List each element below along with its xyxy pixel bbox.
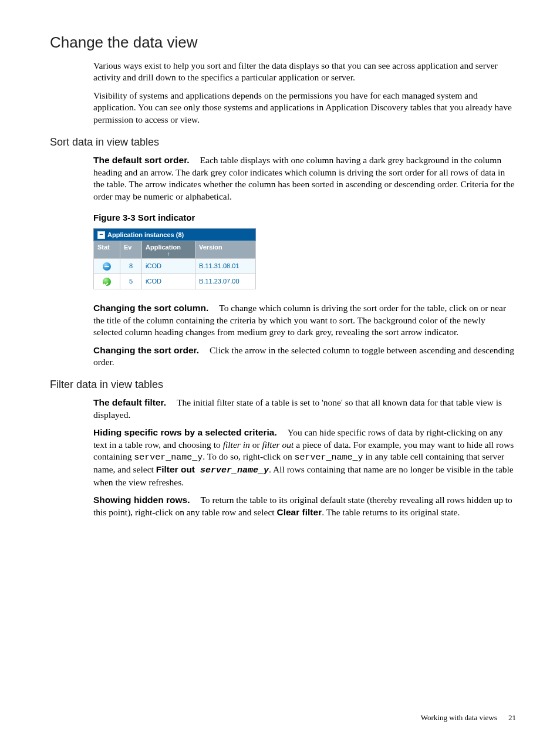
figure-sort-indicator: −Application instances (8) Stat Ev Appli… bbox=[93, 228, 516, 289]
collapse-icon[interactable]: − bbox=[97, 231, 105, 239]
runin-default-sort-order: The default sort order. bbox=[93, 155, 190, 165]
runin-changing-sort-order: Changing the sort order. bbox=[93, 345, 199, 355]
hiding-filter-out: filter out bbox=[262, 440, 294, 450]
col-header-version[interactable]: Version bbox=[195, 241, 256, 259]
filter-hiding-paragraph: Hiding specific rows by a selected crite… bbox=[93, 427, 516, 488]
runin-hiding-rows: Hiding specific rows by a selected crite… bbox=[93, 427, 277, 437]
figure-caption: Figure 3-3 Sort indicator bbox=[93, 212, 516, 224]
footer-page-number: 21 bbox=[508, 713, 516, 722]
footer-label: Working with data views bbox=[421, 713, 497, 722]
cell-application: iCOD bbox=[142, 258, 195, 274]
intro-paragraph-2: Visibility of systems and applications d… bbox=[93, 90, 516, 126]
cell-ev: 5 bbox=[120, 274, 142, 289]
cell-version: B.11.31.08.01 bbox=[195, 258, 256, 274]
filter-showing-paragraph: Showing hidden rows.To return the table … bbox=[93, 494, 516, 518]
filter-block: The default filter.The initial filter st… bbox=[93, 397, 516, 518]
col-header-ev[interactable]: Ev bbox=[120, 241, 142, 259]
hiding-filter-in: filter in bbox=[223, 440, 250, 450]
table-row: 8 iCOD B.11.31.08.01 bbox=[94, 258, 256, 274]
footer: Working with data views 21 bbox=[421, 713, 516, 723]
cell-ev: 8 bbox=[120, 258, 142, 274]
page: Change the data view Various ways exist … bbox=[0, 0, 560, 746]
sort-change-column-paragraph: Changing the sort column.To change which… bbox=[93, 302, 516, 338]
intro-paragraph-1: Various ways exist to help you sort and … bbox=[93, 60, 516, 84]
ui-table: −Application instances (8) Stat Ev Appli… bbox=[93, 228, 256, 289]
hiding-servername1: server_name_y bbox=[134, 453, 203, 463]
runin-showing-hidden: Showing hidden rows. bbox=[93, 495, 190, 505]
status-unknown-icon bbox=[103, 262, 111, 271]
sort-change-order-paragraph: Changing the sort order.Click the arrow … bbox=[93, 345, 516, 369]
heading-filter-data: Filter data in view tables bbox=[50, 379, 516, 391]
hiding-filterout-bold: Filter out bbox=[156, 464, 195, 474]
ui-table-title: Application instances (8) bbox=[107, 231, 184, 238]
heading-sort-data: Sort data in view tables bbox=[50, 136, 516, 148]
col-header-stat[interactable]: Stat bbox=[94, 241, 120, 259]
col-header-application[interactable]: Application ↑ bbox=[142, 241, 195, 259]
sort-default-paragraph: The default sort order.Each table displa… bbox=[93, 154, 516, 202]
status-ok-icon bbox=[103, 278, 111, 286]
ui-table-header-row: Stat Ev Application ↑ Version bbox=[94, 241, 256, 259]
col-header-application-label: Application bbox=[146, 244, 181, 251]
sort-arrow-up-icon[interactable]: ↑ bbox=[146, 252, 191, 256]
hiding-servername3: server_name_y bbox=[195, 465, 269, 475]
ui-table-titlebar: −Application instances (8) bbox=[94, 228, 256, 241]
hiding-servername2: server_name_y bbox=[295, 453, 363, 463]
hiding-t4: . To do so, right-click on bbox=[203, 451, 294, 461]
showing-t2: . The table returns to its original stat… bbox=[322, 507, 460, 517]
runin-default-filter: The default filter. bbox=[93, 397, 166, 407]
cell-application: iCOD bbox=[142, 274, 195, 289]
hiding-t2: or bbox=[250, 440, 262, 450]
intro-block: Various ways exist to help you sort and … bbox=[93, 60, 516, 126]
filter-default-paragraph: The default filter.The initial filter st… bbox=[93, 397, 516, 421]
sort-default-block: The default sort order.Each table displa… bbox=[93, 154, 516, 368]
showing-clearfilter-bold: Clear filter bbox=[277, 507, 322, 517]
runin-changing-sort-column: Changing the sort column. bbox=[93, 303, 208, 313]
table-row: 5 iCOD B.11.23.07.00 bbox=[94, 274, 256, 289]
heading-change-data-view: Change the data view bbox=[50, 33, 516, 52]
cell-version: B.11.23.07.00 bbox=[195, 274, 256, 289]
